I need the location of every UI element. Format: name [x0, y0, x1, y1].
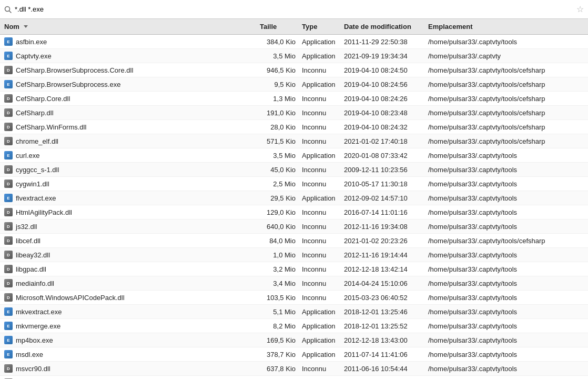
star-icon[interactable]: ☆ [576, 4, 584, 14]
cell-emplacement: /home/pulsar33/.captvty/tools [426, 251, 588, 259]
cell-taille: 571,5 Kio [258, 137, 300, 145]
column-nom[interactable]: Nom [0, 23, 258, 31]
cell-type: Inconnu [300, 280, 342, 287]
cell-taille: 129,0 Kio [258, 208, 300, 216]
file-icon: D [4, 364, 13, 373]
table-row[interactable]: E msdl.exe 378,7 Kio Application 2011-07… [0, 347, 588, 362]
file-icon: D [4, 94, 13, 103]
cell-taille: 169,5 Kio [258, 336, 300, 344]
sort-arrow-icon [24, 25, 28, 28]
cell-taille: 384,0 Kio [258, 38, 300, 46]
table-row[interactable]: E Captvty.exe 3,5 Mio Application 2021-0… [0, 49, 588, 63]
cell-date: 2016-07-14 11:01:16 [342, 208, 426, 216]
file-icon: E [4, 350, 13, 358]
cell-taille: 103,5 Kio [258, 294, 300, 302]
cell-taille: 3,4 Mio [258, 280, 300, 287]
cell-emplacement: /home/pulsar33/.captvty/tools [426, 208, 588, 216]
file-icon: D [4, 279, 13, 287]
table-row[interactable]: D Microsoft.WindowsAPICodePack.dll 103,5… [0, 291, 588, 305]
table-row[interactable]: D libgpac.dll 3,2 Mio Inconnu 2012-12-18… [0, 262, 588, 276]
cell-nom: D Microsoft.WindowsAPICodePack.dll [0, 293, 258, 302]
file-icon: E [4, 80, 13, 88]
cell-type: Application [300, 336, 342, 344]
cell-date: 2019-04-10 08:24:32 [342, 123, 426, 131]
cell-taille: 29,5 Kio [258, 194, 300, 202]
column-date[interactable]: Date de modification [342, 23, 426, 31]
table-row[interactable]: D msvcr90.dll 637,8 Kio Inconnu 2011-06-… [0, 362, 588, 376]
column-type[interactable]: Type [300, 23, 342, 31]
table-row[interactable]: D mediainfo.dll 3,4 Mio Inconnu 2014-04-… [0, 276, 588, 291]
cell-nom: D chrome_elf.dll [0, 137, 258, 145]
file-icon: D [4, 208, 13, 216]
table-row[interactable]: E CefSharp.BrowserSubprocess.exe 9,5 Kio… [0, 77, 588, 92]
cell-date: 2010-05-17 11:30:18 [342, 180, 426, 188]
cell-taille: 84,0 Mio [258, 237, 300, 245]
cell-date: 2019-04-10 08:24:26 [342, 95, 426, 103]
cell-emplacement: /home/pulsar33/.captvty/tools [426, 265, 588, 273]
file-icon: D [4, 137, 13, 145]
table-row[interactable]: D msvcr100.dll 752,3 Kio Inconnu 2010-03… [0, 376, 588, 379]
cell-type: Inconnu [300, 109, 342, 117]
file-name: curl.exe [16, 152, 40, 159]
table-row[interactable]: E flvextract.exe 29,5 Kio Application 20… [0, 191, 588, 205]
table-row[interactable]: D chrome_elf.dll 571,5 Kio Inconnu 2021-… [0, 134, 588, 148]
table-row[interactable]: D CefSharp.Core.dll 1,3 Mio Inconnu 2019… [0, 92, 588, 106]
file-name: CefSharp.BrowserSubprocess.Core.dll [16, 66, 133, 74]
cell-taille: 378,7 Kio [258, 351, 300, 358]
cell-taille: 5,1 Mio [258, 308, 300, 316]
cell-type: Inconnu [300, 95, 342, 103]
cell-emplacement: /home/pulsar33/.captvty/tools/cefsharp [426, 123, 588, 131]
cell-date: 2021-01-02 17:40:18 [342, 137, 426, 145]
table-row[interactable]: D CefSharp.WinForms.dll 28,0 Kio Inconnu… [0, 120, 588, 134]
table-row[interactable]: E curl.exe 3,5 Mio Application 2020-01-0… [0, 148, 588, 163]
cell-nom: D cyggcc_s-1.dll [0, 165, 258, 174]
file-name: flvextract.exe [16, 194, 56, 202]
table-body: E asfbin.exe 384,0 Kio Application 2011-… [0, 35, 588, 379]
cell-type: Inconnu [300, 265, 342, 273]
search-icon [4, 6, 12, 13]
column-emplacement[interactable]: Emplacement [426, 23, 588, 31]
search-input[interactable] [15, 5, 573, 13]
column-taille[interactable]: Taille [258, 23, 300, 31]
cell-date: 2018-12-01 13:25:46 [342, 308, 426, 316]
file-icon: D [4, 165, 13, 174]
cell-nom: E msdl.exe [0, 350, 258, 358]
file-icon: E [4, 52, 13, 60]
cell-date: 2019-04-10 08:23:48 [342, 109, 426, 117]
file-icon: D [4, 251, 13, 259]
file-icon: E [4, 37, 13, 46]
table-row[interactable]: E asfbin.exe 384,0 Kio Application 2011-… [0, 35, 588, 49]
cell-emplacement: /home/pulsar33/.captvty/tools/cefsharp [426, 109, 588, 117]
file-icon: E [4, 336, 13, 344]
cell-type: Inconnu [300, 166, 342, 174]
table-row[interactable]: E mkvmerge.exe 8,2 Mio Application 2018-… [0, 319, 588, 333]
cell-nom: E asfbin.exe [0, 37, 258, 46]
table-row[interactable]: D CefSharp.BrowserSubprocess.Core.dll 94… [0, 63, 588, 77]
cell-taille: 1,3 Mio [258, 95, 300, 103]
file-name: chrome_elf.dll [16, 137, 58, 145]
file-name: msdl.exe [16, 351, 43, 358]
table-row[interactable]: E mkvextract.exe 5,1 Mio Application 201… [0, 305, 588, 319]
cell-emplacement: /home/pulsar33/.captvty/tools [426, 294, 588, 302]
file-icon: E [4, 194, 13, 202]
cell-type: Inconnu [300, 180, 342, 188]
search-bar: ☆ [0, 0, 588, 19]
table-row[interactable]: D js32.dll 640,0 Kio Inconnu 2012-11-16 … [0, 220, 588, 234]
cell-type: Application [300, 38, 342, 46]
table-row[interactable]: E mp4box.exe 169,5 Kio Application 2012-… [0, 333, 588, 347]
cell-emplacement: /home/pulsar33/.captvty/tools [426, 223, 588, 231]
table-row[interactable]: D HtmlAgilityPack.dll 129,0 Kio Inconnu … [0, 205, 588, 220]
file-icon: D [4, 222, 13, 231]
file-name: CefSharp.BrowserSubprocess.exe [16, 81, 120, 88]
table-row[interactable]: D CefSharp.dll 191,0 Kio Inconnu 2019-04… [0, 106, 588, 120]
table-row[interactable]: D libeay32.dll 1,0 Mio Inconnu 2012-11-1… [0, 248, 588, 262]
cell-type: Inconnu [300, 294, 342, 302]
table-row[interactable]: D libcef.dll 84,0 Mio Inconnu 2021-01-02… [0, 234, 588, 248]
file-name: CefSharp.Core.dll [16, 95, 70, 103]
cell-nom: D CefSharp.dll [0, 108, 258, 117]
table-row[interactable]: D cygwin1.dll 2,5 Mio Inconnu 2010-05-17… [0, 177, 588, 191]
table-row[interactable]: D cyggcc_s-1.dll 45,0 Kio Inconnu 2009-1… [0, 163, 588, 177]
cell-date: 2012-12-18 13:43:00 [342, 336, 426, 344]
cell-taille: 1,0 Mio [258, 251, 300, 259]
cell-date: 2012-11-16 19:34:08 [342, 223, 426, 231]
